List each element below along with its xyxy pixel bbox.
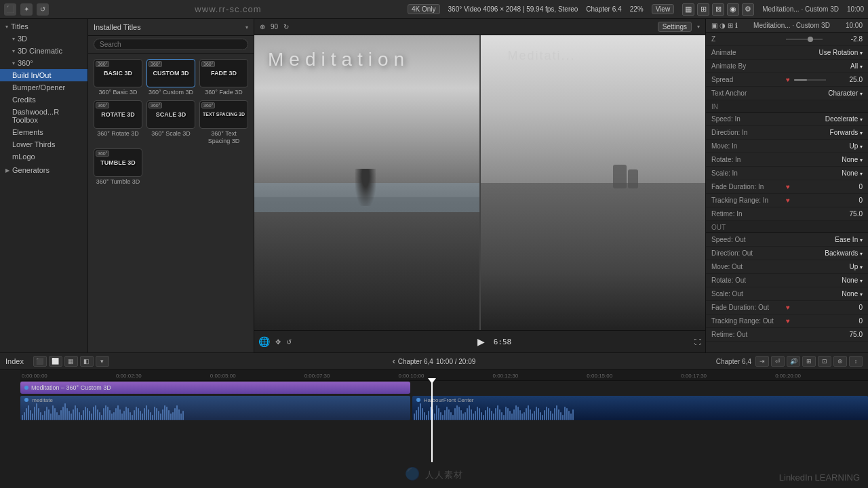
- chapter-label: Chapter 6.4: [586, 5, 621, 13]
- sidebar-item-lower-thirds[interactable]: Lower Thirds: [0, 138, 87, 150]
- properties-scroll[interactable]: Z -2.8 Animate Use Rotation ▾ Animate By…: [706, 33, 868, 352]
- sidebar-item-dashwood[interactable]: Dashwood...R Toolbox: [0, 106, 87, 126]
- timeline-right-btn-7[interactable]: ↕: [849, 356, 863, 367]
- title-card-scale3d[interactable]: 360° SCALE 3D 360° Scale 3D: [146, 100, 195, 145]
- panel-icon-info[interactable]: ℹ: [735, 22, 738, 29]
- title-card-custom3d[interactable]: 360° CUSTOM 3D 360° Custom 3D: [146, 59, 195, 96]
- sidebar-item-label: mLogo: [12, 152, 35, 161]
- globe-icon[interactable]: 🌐: [258, 336, 270, 347]
- rotation-icon[interactable]: ↻: [283, 23, 289, 30]
- sidebar-item-elements[interactable]: Elements: [0, 126, 87, 138]
- prop-move-out[interactable]: Move: Out Up ▾: [706, 260, 868, 274]
- panel-icon-settings[interactable]: ⊞: [728, 22, 733, 29]
- sidebar-item-label: Generators: [12, 166, 50, 174]
- arrow-icon: ▾: [12, 60, 15, 66]
- sidebar-item-label: Titles: [11, 22, 28, 30]
- time-230: 0:00:02:30: [115, 370, 209, 380]
- settings-dropdown-icon[interactable]: ▾: [697, 24, 700, 30]
- sidebar-item-mlogo[interactable]: mLogo: [0, 150, 87, 163]
- collapse-icon[interactable]: ‹: [393, 357, 395, 366]
- prop-direction-in[interactable]: Direction: In Forwards ▾: [706, 126, 868, 140]
- thumb-text: FADE 3D: [211, 70, 237, 77]
- time-1730: 0:00:17:30: [679, 370, 774, 380]
- prop-move-in[interactable]: Move: In Up ▾: [706, 140, 868, 153]
- timeline-right-btn-5[interactable]: ⊡: [818, 356, 831, 367]
- prop-animate[interactable]: Animate Use Rotation ▾: [706, 46, 868, 60]
- title-card-rotate3d[interactable]: 360° ROTATE 3D 360° Rotate 3D: [94, 100, 142, 145]
- prop-rotate-in-label: Rotate: In: [711, 156, 786, 163]
- sidebar-section-titles: ▾ Titles ▾ 3D ▾ 3D Cinematic ▾ 360° Buil…: [0, 19, 87, 164]
- view-button[interactable]: View: [652, 4, 675, 14]
- prop-text-anchor[interactable]: Text Anchor Character ▾: [706, 87, 868, 100]
- title-clip[interactable]: Meditation – 360° Custom 3D: [20, 382, 410, 394]
- right-panel-header: ▣ ◑ ⊞ ℹ Meditation... · Custom 3D 10:00: [706, 19, 868, 33]
- left-sidebar: ▾ Titles ▾ 3D ▾ 3D Cinematic ▾ 360° Buil…: [0, 19, 88, 352]
- prop-rotate-in[interactable]: Rotate: In None ▾: [706, 153, 868, 167]
- tool-icon[interactable]: ✦: [20, 3, 33, 16]
- sidebar-item-credits[interactable]: Credits: [0, 94, 87, 106]
- title-card-tumble3d[interactable]: 360° TUMBLE 3D 360° Tumble 3D: [94, 148, 142, 186]
- panel-icon-3[interactable]: ⊠: [712, 3, 724, 16]
- refresh-icon[interactable]: ↺: [37, 3, 49, 16]
- sidebar-item-3d[interactable]: ▾ 3D: [0, 33, 87, 45]
- thumb-text: CUSTOM 3D: [153, 70, 189, 77]
- clip-meditation[interactable]: meditate // Will render waveform via JS …: [20, 396, 410, 420]
- video-bg-left: Meditation: [254, 35, 479, 330]
- sidebar-item-360[interactable]: ▾ 360°: [0, 57, 87, 69]
- arrow-icon: ▾: [5, 24, 8, 30]
- title-card-fade3d[interactable]: 360° FADE 3D 360° Fade 3D: [199, 59, 248, 96]
- prop-scale-in[interactable]: Scale: In None ▾: [706, 167, 868, 180]
- prop-animate-by[interactable]: Animate By All ▾: [706, 60, 868, 73]
- heart-icon[interactable]: ♥: [786, 76, 790, 83]
- panel-icon-4[interactable]: ◉: [727, 3, 739, 16]
- prop-scale-out[interactable]: Scale: Out None ▾: [706, 287, 868, 301]
- transform-icon[interactable]: ⊕: [260, 23, 265, 30]
- sidebar-item-build-inout[interactable]: Build In/Out: [0, 69, 87, 81]
- panel-icon-2[interactable]: ⊞: [697, 3, 709, 16]
- badge: 360°: [149, 61, 162, 67]
- sidebar-item-bumper[interactable]: Bumper/Opener: [0, 81, 87, 94]
- clip-meditation-label: meditate: [24, 397, 53, 403]
- video-area: Meditation Meditati...: [254, 35, 705, 330]
- timeline-right-btn-3[interactable]: 🔊: [787, 356, 800, 367]
- settings-button[interactable]: Settings: [658, 22, 692, 32]
- prop-speed-out[interactable]: Speed: Out Ease In ▾: [706, 233, 868, 247]
- panel-icon-5[interactable]: ⚙: [742, 3, 754, 16]
- timeline-btn-3[interactable]: ▦: [64, 356, 78, 367]
- index-label: Index: [5, 357, 24, 365]
- prop-tracking-out-value: 0: [790, 317, 863, 325]
- search-input[interactable]: [94, 39, 248, 50]
- prop-speed-in[interactable]: Speed: In Decelerate ▾: [706, 113, 868, 126]
- sidebar-item-generators[interactable]: ▶ Generators: [0, 164, 87, 176]
- timeline-btn-5[interactable]: ▾: [96, 356, 109, 367]
- title-card-basic3d[interactable]: 360° BASIC 3D 360° Basic 3D: [94, 59, 142, 96]
- fullscreen-icon[interactable]: ⛶: [694, 338, 701, 346]
- watermark-text: 🔵 人人素材: [405, 466, 463, 481]
- prop-rotate-out[interactable]: Rotate: Out None ▾: [706, 274, 868, 287]
- title-thumb-basic3d: 360° BASIC 3D: [94, 59, 142, 87]
- timeline-right-btn-1[interactable]: ⇥: [755, 356, 769, 367]
- panel-icon-color[interactable]: ◑: [719, 22, 726, 29]
- sidebar-item-titles[interactable]: ▾ Titles: [0, 20, 87, 33]
- timeline-btn-4[interactable]: ◧: [80, 356, 94, 367]
- arrow-icon: ▾: [12, 48, 15, 54]
- title-card-textspacing3d[interactable]: 360° TEXT SPACING 3D 360° Text Spacing 3…: [199, 100, 248, 145]
- timeline-right-btn-2[interactable]: ⏎: [771, 356, 785, 367]
- time-500: 0:00:05:00: [209, 370, 303, 380]
- timeline-right-btn-6[interactable]: ⊚: [833, 356, 847, 367]
- prop-rotate-out-value: None ▾: [786, 277, 863, 284]
- clip-harbour[interactable]: HarbourFront Center: [412, 396, 869, 420]
- play-button[interactable]: ▶: [475, 335, 488, 348]
- dropdown-arrow-icon[interactable]: ▾: [245, 24, 248, 30]
- panel-icon-video[interactable]: ▣: [711, 22, 717, 29]
- panel-icon-1[interactable]: ▦: [682, 3, 694, 16]
- sidebar-item-3d-cinematic[interactable]: ▾ 3D Cinematic: [0, 45, 87, 57]
- timeline-btn-2[interactable]: ⬜: [49, 356, 62, 367]
- time-ruler: 0:00:00:00 0:00:02:30 0:00:05:00 0:00:07…: [20, 370, 868, 381]
- timeline-btn-1[interactable]: ⬛: [33, 356, 47, 367]
- prop-direction-out[interactable]: Direction: Out Backwards ▾: [706, 247, 868, 260]
- undo-icon[interactable]: ↺: [286, 338, 292, 346]
- timeline-right-btn-4[interactable]: ⊞: [802, 356, 816, 367]
- transform-tool-icon[interactable]: ✥: [275, 338, 281, 346]
- prop-direction-out-label: Direction: Out: [711, 249, 786, 257]
